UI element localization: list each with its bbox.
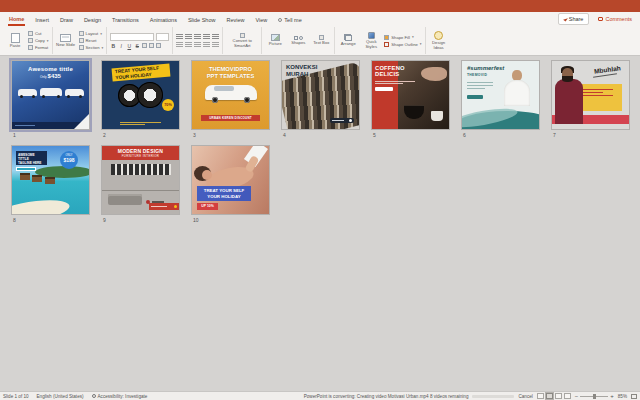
font-color-button[interactable] bbox=[156, 43, 161, 48]
tab-animations[interactable]: Animations bbox=[149, 14, 178, 25]
zoom-out-button[interactable]: − bbox=[575, 393, 579, 399]
share-icon bbox=[563, 17, 568, 22]
slide-3-canvas[interactable]: THEMOVIDPROPPT TEMPLATES URBAN KEREN DIS… bbox=[192, 61, 269, 129]
fit-to-window-button[interactable] bbox=[631, 394, 637, 399]
normal-view-button[interactable] bbox=[537, 393, 544, 399]
reading-view-button[interactable] bbox=[555, 393, 562, 399]
slide-6-canvas[interactable]: #summerfest THEMOVID bbox=[462, 61, 539, 129]
shape-outline-button[interactable]: Shape Outline▾ bbox=[384, 42, 421, 47]
format-painter-button[interactable]: Format bbox=[28, 45, 49, 50]
lightbulb-icon bbox=[278, 18, 282, 22]
tab-transitions[interactable]: Transitions bbox=[111, 14, 140, 25]
tab-insert[interactable]: Insert bbox=[34, 14, 50, 25]
line-spacing-button[interactable] bbox=[212, 34, 219, 40]
font-size-select[interactable] bbox=[156, 33, 169, 41]
slide-2-canvas[interactable]: TREAT YOUR SELFYOUR HOLIDAY 70% bbox=[102, 61, 179, 129]
arrange-button[interactable]: Arrange bbox=[338, 34, 358, 47]
indent-increase-button[interactable] bbox=[203, 34, 210, 40]
shape-fill-button[interactable]: Shape Fill▾ bbox=[384, 35, 421, 40]
convert-to-smartart-button[interactable]: Convert to SmartArt bbox=[226, 33, 258, 49]
tab-design[interactable]: Design bbox=[83, 14, 102, 25]
zoom-in-button[interactable]: + bbox=[610, 393, 614, 399]
slide-thumbnail-1[interactable]: Awesome tittle Only $435 1 bbox=[12, 61, 89, 138]
tab-review[interactable]: Review bbox=[225, 14, 245, 25]
text-shadow-button[interactable] bbox=[142, 43, 147, 48]
design-ideas-button[interactable]: Design Ideas bbox=[429, 31, 449, 51]
slide-8-title: AWESOME TITTLETAGLINE HERE bbox=[16, 151, 47, 165]
font-name-select[interactable] bbox=[110, 33, 154, 41]
smartart-group: Convert to SmartArt bbox=[223, 27, 262, 54]
slide-thumbnail-4[interactable]: KONVEKSIMURAH 4 bbox=[282, 61, 359, 138]
shapes-button[interactable]: Shapes bbox=[288, 36, 308, 46]
layout-button[interactable]: Layout▾ bbox=[79, 31, 104, 36]
slide-sorter-view-button[interactable] bbox=[546, 393, 553, 399]
zoom-slider[interactable] bbox=[580, 396, 608, 397]
slide-thumbnail-6[interactable]: #summerfest THEMOVID 6 bbox=[462, 61, 539, 138]
comments-button[interactable]: Comments bbox=[594, 14, 636, 24]
align-right-button[interactable] bbox=[194, 42, 201, 48]
align-center-button[interactable] bbox=[185, 42, 192, 48]
slide-thumbnail-5[interactable]: COFFENODELICIS 5 bbox=[372, 61, 449, 138]
zoom-percentage[interactable]: 85% bbox=[618, 394, 627, 399]
character-spacing-button[interactable] bbox=[149, 43, 154, 48]
layout-icon bbox=[79, 31, 84, 36]
slide-7-canvas[interactable]: Mbuhlah bbox=[552, 61, 629, 129]
justify-button[interactable] bbox=[203, 42, 210, 48]
tab-home[interactable]: Home bbox=[8, 13, 25, 26]
slide-10-canvas[interactable]: TREAT YOUR SELFYOUR HOLIDAY UP 10% bbox=[192, 146, 269, 214]
slide-thumbnail-3[interactable]: THEMOVIDPROPPT TEMPLATES URBAN KEREN DIS… bbox=[192, 61, 269, 138]
share-button[interactable]: Share bbox=[558, 13, 590, 25]
slide-thumbnail-8[interactable]: AWESOME TITTLETAGLINE HERE ONLY$198 8 bbox=[12, 146, 89, 223]
slide-thumbnail-7[interactable]: Mbuhlah 7 bbox=[552, 61, 629, 138]
tab-view[interactable]: View bbox=[255, 14, 269, 25]
slide-8-canvas[interactable]: AWESOME TITTLETAGLINE HERE ONLY$198 bbox=[12, 146, 89, 214]
slideshow-button[interactable] bbox=[564, 393, 571, 399]
slide-9-canvas[interactable]: MODERN DESIGN FURNITURE INTERIOR bbox=[102, 146, 179, 214]
bullets-button[interactable] bbox=[176, 34, 183, 40]
tab-slide-show[interactable]: Slide Show bbox=[187, 14, 217, 25]
numbering-button[interactable] bbox=[185, 34, 192, 40]
comments-label: Comments bbox=[605, 16, 632, 22]
slide-thumbnail-2[interactable]: TREAT YOUR SELFYOUR HOLIDAY 70% 2 bbox=[102, 61, 179, 138]
section-button[interactable]: Section▾ bbox=[79, 45, 104, 50]
chevron-down-icon: ▾ bbox=[47, 39, 49, 43]
slide-5-canvas[interactable]: COFFENODELICIS bbox=[372, 61, 449, 129]
arrange-group: Arrange Quick Styles Shape Fill▾ Shape O… bbox=[335, 27, 425, 54]
copy-button[interactable]: Copy▾ bbox=[28, 38, 49, 43]
zoom-slider-thumb[interactable] bbox=[593, 394, 596, 399]
cancel-button[interactable]: Cancel bbox=[518, 394, 532, 399]
slide-sorter-view: Awesome tittle Only $435 1 TREAT YOUR SE… bbox=[0, 57, 640, 391]
new-slide-button[interactable]: New Slide bbox=[56, 34, 76, 48]
arrange-icon bbox=[344, 34, 352, 41]
columns-button[interactable] bbox=[212, 42, 219, 48]
reset-button[interactable]: Reset bbox=[79, 38, 104, 43]
slide-1-canvas[interactable]: Awesome tittle Only $435 bbox=[12, 61, 89, 129]
slide-4-canvas[interactable]: KONVEKSIMURAH bbox=[282, 61, 359, 129]
bold-button[interactable]: B bbox=[110, 43, 116, 49]
paste-button[interactable]: Paste bbox=[5, 33, 25, 49]
underline-button[interactable]: U bbox=[126, 43, 132, 49]
cut-button[interactable]: Cut bbox=[28, 31, 49, 36]
language-status[interactable]: English (United States) bbox=[37, 394, 84, 399]
slide-3-banner: URBAN KEREN DISCOUNT bbox=[201, 115, 260, 121]
slide-5-title: COFFENODELICIS bbox=[375, 65, 405, 78]
accessibility-status[interactable]: Accessibility: Investigate bbox=[92, 394, 148, 399]
person-beard-image bbox=[562, 76, 573, 82]
slide-6-title: #summerfest bbox=[467, 65, 504, 71]
slide-thumbnail-10[interactable]: TREAT YOUR SELFYOUR HOLIDAY UP 10% 10 bbox=[192, 146, 269, 223]
text-box-button[interactable]: Text Box bbox=[311, 35, 331, 46]
beach-image bbox=[12, 196, 71, 214]
tab-draw[interactable]: Draw bbox=[59, 14, 74, 25]
strikethrough-button[interactable]: S bbox=[134, 43, 140, 49]
indent-decrease-button[interactable] bbox=[194, 34, 201, 40]
quick-styles-button[interactable]: Quick Styles bbox=[361, 32, 381, 50]
picture-button[interactable]: Picture bbox=[265, 34, 285, 47]
italic-button[interactable]: I bbox=[118, 43, 124, 49]
picture-label: Picture bbox=[269, 42, 282, 47]
align-left-button[interactable] bbox=[176, 42, 183, 48]
tab-tell-me[interactable]: Tell me bbox=[277, 14, 302, 25]
text-box-label: Text Box bbox=[313, 41, 329, 46]
slide-thumbnail-9[interactable]: MODERN DESIGN FURNITURE INTERIOR 9 bbox=[102, 146, 179, 223]
shape-fill-label: Shape Fill bbox=[391, 35, 410, 40]
share-label: Share bbox=[569, 16, 584, 22]
